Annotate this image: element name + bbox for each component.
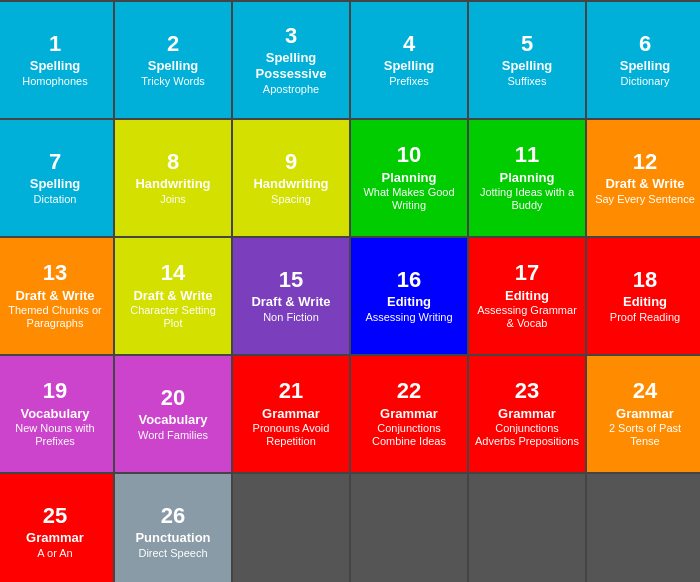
cell-13-number: 13: [43, 261, 67, 285]
cell-6[interactable]: 6SpellingDictionary: [587, 2, 700, 118]
cell-11-subtitle: Jotting Ideas with a Buddy: [475, 186, 579, 212]
cell-7-subtitle: Dictation: [34, 193, 77, 206]
cell-9-number: 9: [285, 150, 297, 174]
cell-3-number: 3: [285, 24, 297, 48]
cell-7-number: 7: [49, 150, 61, 174]
cell-9[interactable]: 9HandwritingSpacing: [233, 120, 349, 236]
cell-12[interactable]: 12Draft & WriteSay Every Sentence: [587, 120, 700, 236]
cell-3[interactable]: 3Spelling PossessiveApostrophe: [233, 2, 349, 118]
cell-16[interactable]: 16EditingAssessing Writing: [351, 238, 467, 354]
cell-15-title: Draft & Write: [251, 294, 330, 310]
cell-14-number: 14: [161, 261, 185, 285]
cell-14-title: Draft & Write: [133, 288, 212, 304]
cell-1-subtitle: Homophones: [22, 75, 87, 88]
cell-22-number: 22: [397, 379, 421, 403]
cell-17-number: 17: [515, 261, 539, 285]
cell-6-title: Spelling: [620, 58, 671, 74]
cell-25-subtitle: A or An: [37, 547, 72, 560]
cell-24-title: Grammar: [616, 406, 674, 422]
cell-11-number: 11: [515, 143, 539, 167]
cell-23[interactable]: 23GrammarConjunctions Adverbs Prepositio…: [469, 356, 585, 472]
cell-22[interactable]: 22GrammarConjunctions Combine Ideas: [351, 356, 467, 472]
cell-1-number: 1: [49, 32, 61, 56]
cell-10[interactable]: 10PlanningWhat Makes Good Writing: [351, 120, 467, 236]
cell-16-subtitle: Assessing Writing: [365, 311, 452, 324]
cell-8[interactable]: 8HandwritingJoins: [115, 120, 231, 236]
cell-13-title: Draft & Write: [15, 288, 94, 304]
cell-5[interactable]: 5SpellingSuffixes: [469, 2, 585, 118]
cell-9-subtitle: Spacing: [271, 193, 311, 206]
cell-24-subtitle: 2 Sorts of Past Tense: [593, 422, 697, 448]
cell-13[interactable]: 13Draft & WriteThemed Chunks or Paragrap…: [0, 238, 113, 354]
cell-7-title: Spelling: [30, 176, 81, 192]
cell-20-number: 20: [161, 386, 185, 410]
cell-14[interactable]: 14Draft & WriteCharacter Setting Plot: [115, 238, 231, 354]
cell-26-title: Punctuation: [135, 530, 210, 546]
cell-23-number: 23: [515, 379, 539, 403]
cell-4-number: 4: [403, 32, 415, 56]
cell-17-title: Editing: [505, 288, 549, 304]
cell-26[interactable]: 26PunctuationDirect Speech: [115, 474, 231, 582]
cell-3-title: Spelling Possessive: [239, 50, 343, 81]
cell-4-subtitle: Prefixes: [389, 75, 429, 88]
cell-20-subtitle: Word Families: [138, 429, 208, 442]
cell-2[interactable]: 2SpellingTricky Words: [115, 2, 231, 118]
cell-17[interactable]: 17EditingAssessing Grammar & Vocab: [469, 238, 585, 354]
cell-18[interactable]: 18EditingProof Reading: [587, 238, 700, 354]
cell-8-number: 8: [167, 150, 179, 174]
cell-5-title: Spelling: [502, 58, 553, 74]
cell-16-title: Editing: [387, 294, 431, 310]
cell-11-title: Planning: [500, 170, 555, 186]
cell-1[interactable]: 1SpellingHomophones: [0, 2, 113, 118]
cell-16-number: 16: [397, 268, 421, 292]
cell-empty-3: [587, 474, 700, 582]
cell-23-subtitle: Conjunctions Adverbs Prepositions: [475, 422, 579, 448]
cell-10-title: Planning: [382, 170, 437, 186]
cell-4-title: Spelling: [384, 58, 435, 74]
cell-24[interactable]: 24Grammar2 Sorts of Past Tense: [587, 356, 700, 472]
cell-19-number: 19: [43, 379, 67, 403]
cell-21-subtitle: Pronouns Avoid Repetition: [239, 422, 343, 448]
cell-21[interactable]: 21GrammarPronouns Avoid Repetition: [233, 356, 349, 472]
cell-9-title: Handwriting: [253, 176, 328, 192]
cell-5-number: 5: [521, 32, 533, 56]
cell-24-number: 24: [633, 379, 657, 403]
cell-18-subtitle: Proof Reading: [610, 311, 680, 324]
cell-6-subtitle: Dictionary: [621, 75, 670, 88]
cell-21-number: 21: [279, 379, 303, 403]
cell-10-subtitle: What Makes Good Writing: [357, 186, 461, 212]
cell-10-number: 10: [397, 143, 421, 167]
cell-empty-2: [469, 474, 585, 582]
cell-3-subtitle: Apostrophe: [263, 83, 319, 96]
cell-17-subtitle: Assessing Grammar & Vocab: [475, 304, 579, 330]
cell-empty-1: [351, 474, 467, 582]
cell-26-subtitle: Direct Speech: [138, 547, 207, 560]
cell-20[interactable]: 20VocabularyWord Families: [115, 356, 231, 472]
cell-13-subtitle: Themed Chunks or Paragraphs: [3, 304, 107, 330]
cell-22-title: Grammar: [380, 406, 438, 422]
cell-25-number: 25: [43, 504, 67, 528]
cell-11[interactable]: 11PlanningJotting Ideas with a Buddy: [469, 120, 585, 236]
cell-6-number: 6: [639, 32, 651, 56]
cell-12-subtitle: Say Every Sentence: [595, 193, 695, 206]
cell-15[interactable]: 15Draft & WriteNon Fiction: [233, 238, 349, 354]
cell-1-title: Spelling: [30, 58, 81, 74]
cell-15-subtitle: Non Fiction: [263, 311, 319, 324]
cell-21-title: Grammar: [262, 406, 320, 422]
cell-19-title: Vocabulary: [20, 406, 89, 422]
cell-4[interactable]: 4SpellingPrefixes: [351, 2, 467, 118]
cell-25[interactable]: 25GrammarA or An: [0, 474, 113, 582]
cell-2-subtitle: Tricky Words: [141, 75, 205, 88]
cell-25-title: Grammar: [26, 530, 84, 546]
cell-20-title: Vocabulary: [138, 412, 207, 428]
cell-19-subtitle: New Nouns with Prefixes: [3, 422, 107, 448]
cell-7[interactable]: 7SpellingDictation: [0, 120, 113, 236]
cell-22-subtitle: Conjunctions Combine Ideas: [357, 422, 461, 448]
cell-8-title: Handwriting: [135, 176, 210, 192]
main-grid: 1SpellingHomophones2SpellingTricky Words…: [0, 0, 700, 582]
cell-12-number: 12: [633, 150, 657, 174]
cell-14-subtitle: Character Setting Plot: [121, 304, 225, 330]
cell-19[interactable]: 19VocabularyNew Nouns with Prefixes: [0, 356, 113, 472]
cell-empty-0: [233, 474, 349, 582]
cell-18-title: Editing: [623, 294, 667, 310]
